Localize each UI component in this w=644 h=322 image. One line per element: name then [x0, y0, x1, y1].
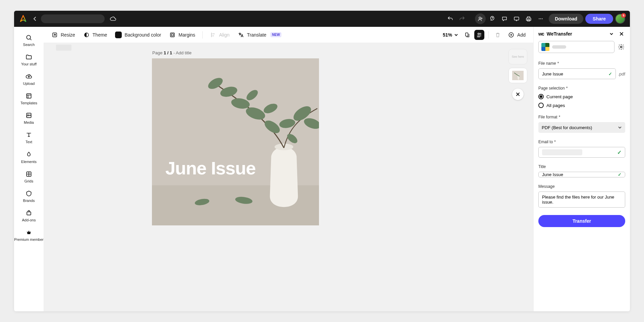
nav-text[interactable]: Text: [14, 129, 44, 146]
topbar-search-input[interactable]: [41, 14, 105, 23]
account-avatar-icon: [541, 43, 549, 51]
file-format-select[interactable]: PDF (Best for documents): [538, 122, 625, 133]
invite-user-icon[interactable]: [475, 13, 486, 24]
redo-icon[interactable]: [457, 13, 468, 24]
radio-all-pages[interactable]: All pages: [538, 103, 625, 108]
print-icon[interactable]: [523, 13, 534, 24]
media-icon: [25, 112, 33, 119]
svg-point-1: [492, 20, 493, 20]
chevron-down-icon: [454, 33, 458, 37]
nav-grids[interactable]: Grids: [14, 168, 44, 185]
svg-rect-2: [514, 17, 519, 20]
nav-elements[interactable]: Elements: [14, 149, 44, 166]
message-textarea[interactable]: Please find the files here for our June …: [538, 192, 625, 208]
canvas-tag: [56, 45, 71, 51]
svg-point-9: [28, 114, 29, 115]
nav-premium[interactable]: Premium member: [14, 226, 44, 244]
elements-icon: [25, 151, 33, 158]
canvas-image: [152, 58, 319, 225]
canvas[interactable]: Page 1 / 1 - Add title: [44, 43, 533, 311]
translate-tool[interactable]: TranslateNEW: [234, 30, 284, 40]
left-sidebar: Search Your stuff Upload Templates Media…: [14, 27, 44, 311]
email-to-label: Email to *: [538, 140, 625, 144]
topbar: Download Share 5: [14, 11, 630, 27]
layers-view-button[interactable]: [474, 30, 484, 40]
grids-icon: [25, 170, 33, 178]
templates-icon: [25, 92, 33, 100]
undo-icon[interactable]: [445, 13, 455, 24]
addons-icon: [25, 209, 33, 217]
account-name-placeholder: [552, 45, 566, 49]
bgcolor-tool[interactable]: Background color: [112, 30, 164, 40]
more-icon[interactable]: [535, 13, 546, 24]
delete-button[interactable]: [493, 30, 503, 40]
folder-icon: [25, 53, 33, 61]
present-icon[interactable]: [511, 13, 522, 24]
theme-tool[interactable]: Theme: [80, 30, 110, 40]
resize-tool[interactable]: Resize: [48, 30, 78, 40]
plus-circle-icon: [508, 32, 515, 38]
artboard[interactable]: June Issue: [152, 58, 319, 225]
panel-collapse-button[interactable]: [608, 30, 615, 38]
transfer-button[interactable]: Transfer: [538, 215, 625, 227]
nav-templates[interactable]: Templates: [14, 90, 44, 107]
margins-icon: [169, 32, 176, 38]
thumb-blank[interactable]: See here: [508, 49, 527, 64]
nav-search[interactable]: Search: [14, 32, 44, 49]
context-toolbar: Resize Theme Background color Margins Al…: [44, 27, 533, 43]
page-selection-label: Page selection *: [538, 86, 625, 91]
radio-current-page[interactable]: Current page: [538, 94, 625, 99]
margins-tool[interactable]: Margins: [166, 30, 198, 40]
email-to-input[interactable]: ✓: [538, 147, 625, 158]
page-indicator[interactable]: Page 1 / 1 - Add title: [152, 50, 192, 55]
zoom-dropdown[interactable]: 51%: [441, 31, 460, 39]
download-button[interactable]: Download: [549, 14, 583, 24]
new-badge: NEW: [270, 32, 281, 37]
file-name-label: File name *: [538, 61, 625, 66]
page-thumbnail-dock: See here: [508, 49, 527, 100]
nav-your-stuff[interactable]: Your stuff: [14, 51, 44, 68]
cloud-sync-icon[interactable]: [108, 14, 118, 24]
file-name-input[interactable]: ✓: [538, 68, 616, 79]
notification-badge: 5: [621, 13, 626, 18]
svg-point-3: [539, 18, 539, 19]
brands-icon: [25, 190, 33, 197]
check-icon: ✓: [617, 149, 622, 156]
svg-point-4: [540, 18, 541, 19]
comment-icon[interactable]: [499, 13, 510, 24]
nav-upload[interactable]: Upload: [14, 70, 44, 88]
align-tool: Align: [207, 30, 232, 40]
wetransfer-logo-icon: wc: [538, 31, 544, 37]
nav-addons[interactable]: Add-ons: [14, 207, 44, 224]
share-button[interactable]: Share: [585, 14, 613, 24]
svg-rect-7: [26, 94, 31, 98]
settings-button[interactable]: [617, 43, 625, 51]
bgcolor-swatch-icon: [115, 32, 122, 38]
add-page-button[interactable]: Add: [505, 30, 529, 40]
separator: [488, 31, 489, 39]
panel-title: WeTransfer: [547, 31, 572, 37]
svg-rect-11: [27, 212, 31, 215]
nav-brands[interactable]: Brands: [14, 187, 44, 205]
back-button[interactable]: [31, 15, 39, 23]
account-selector[interactable]: [538, 41, 614, 53]
workspace: Resize Theme Background color Margins Al…: [44, 27, 533, 311]
svg-rect-14: [170, 33, 174, 37]
align-icon: [210, 32, 216, 38]
panel-close-button[interactable]: [618, 30, 625, 38]
svg-point-36: [621, 46, 622, 48]
translate-icon: [237, 32, 244, 38]
app-logo-icon[interactable]: [19, 14, 28, 23]
file-extension: .pdf: [618, 71, 625, 76]
nav-media[interactable]: Media: [14, 109, 44, 127]
title-input[interactable]: ✓: [538, 172, 625, 177]
artboard-title-text[interactable]: June Issue: [165, 158, 256, 178]
thumb-page-1[interactable]: [508, 68, 527, 83]
close-thumbs-button[interactable]: [512, 89, 524, 100]
help-icon[interactable]: [487, 13, 498, 24]
radio-off-icon: [538, 103, 544, 108]
user-avatar[interactable]: 5: [615, 14, 625, 24]
svg-rect-16: [466, 33, 468, 36]
check-icon: ✓: [618, 172, 622, 177]
pages-view-button[interactable]: [462, 30, 472, 40]
